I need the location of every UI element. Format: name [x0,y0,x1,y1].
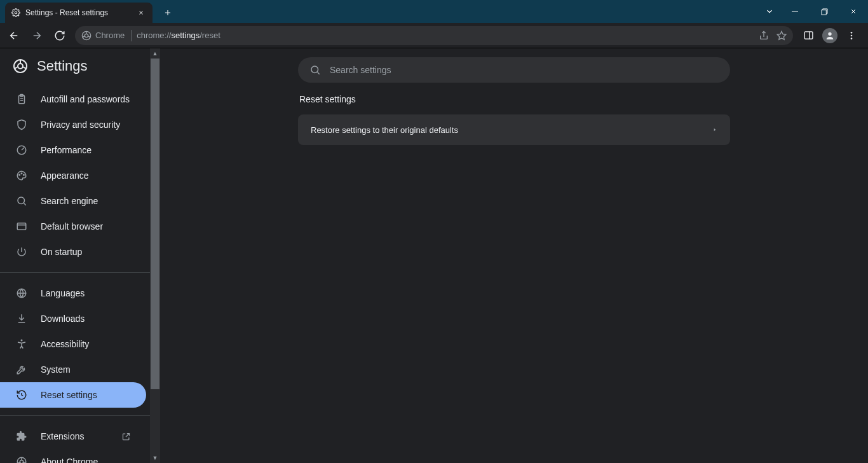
profile-button[interactable] [820,25,840,46]
sidebar-item-label: Accessibility [41,339,89,349]
sidebar-item-reset-settings[interactable]: Reset settings [0,382,146,408]
svg-point-6 [851,32,853,34]
svg-point-7 [851,34,853,36]
a11y-icon [15,338,28,350]
sidebar-item-label: Reset settings [41,390,97,400]
url-text: chrome://settings/reset [137,31,220,40]
side-panel-button[interactable] [798,25,818,46]
browser-tab[interactable]: Settings - Reset settings [5,3,153,23]
settings-search-input[interactable] [330,65,719,75]
sidebar-item-appearance[interactable]: Appearance [0,163,146,188]
sidebar-item-label: Default browser [41,221,103,232]
share-icon[interactable] [759,31,769,41]
history-icon [15,389,28,401]
svg-point-14 [19,174,20,176]
section-title: Reset settings [298,94,730,104]
minimize-button[interactable] [780,0,810,23]
globe-icon [15,287,28,300]
tab-title: Settings - Reset settings [25,8,131,17]
settings-brand: Settings [0,48,150,84]
main-panel: Reset settings Restore settings to their… [160,48,868,463]
search-icon [15,195,28,207]
svg-point-3 [85,34,88,37]
svg-rect-4 [804,32,813,39]
sidebar-item-about-chrome[interactable]: About Chrome [0,449,146,463]
address-bar[interactable]: Chrome chrome://settings/reset [75,26,793,45]
puzzle-icon [15,430,28,443]
sidebar-item-privacy-and-security[interactable]: Privacy and security [0,112,146,137]
scroll-down-icon[interactable]: ▼ [150,453,160,463]
sidebar-item-performance[interactable]: Performance [0,137,146,163]
external-link-icon [121,432,131,441]
browser-toolbar: Chrome chrome://settings/reset [0,23,868,48]
sidebar-item-label: Privacy and security [41,120,120,130]
svg-point-5 [828,32,831,35]
chrome-icon [15,455,28,463]
svg-point-22 [20,460,23,463]
sidebar-item-label: Downloads [41,314,85,324]
sidebar-item-languages[interactable]: Languages [0,280,146,306]
maximize-button[interactable] [810,0,839,23]
reset-card: Restore settings to their original defau… [298,114,730,145]
power-icon [15,245,28,258]
chrome-menu-button[interactable] [841,25,862,46]
clipboard-icon [15,93,28,106]
svg-point-0 [15,11,17,14]
download-icon [15,312,28,325]
svg-point-23 [311,66,318,73]
chrome-icon [13,59,28,74]
site-chip: Chrome [81,30,132,41]
gauge-icon [15,144,28,156]
divider [0,415,150,416]
bookmark-icon[interactable] [776,31,787,41]
sidebar-item-default-browser[interactable]: Default browser [0,214,146,239]
gear-icon [11,8,20,17]
chrome-icon [81,31,92,41]
row-label: Restore settings to their original defau… [311,125,458,135]
chevron-right-icon [712,127,717,133]
sidebar-item-label: Autofill and passwords [41,94,130,104]
sidebar-item-system[interactable]: System [0,357,146,382]
sidebar-item-label: Appearance [41,170,89,181]
forward-button[interactable] [27,25,47,46]
svg-point-15 [21,173,22,174]
divider [0,272,150,273]
reload-button[interactable] [50,25,70,46]
palette-icon [15,169,28,182]
settings-search[interactable] [298,57,730,83]
titlebar: Settings - Reset settings [0,0,868,23]
tab-search-button[interactable] [759,0,780,23]
sidebar-item-search-engine[interactable]: Search engine [0,188,146,214]
scroll-up-icon[interactable]: ▲ [150,48,160,59]
chip-label: Chrome [95,31,125,40]
svg-point-17 [18,197,25,204]
search-icon [309,64,321,76]
scrollbar-thumb[interactable] [151,59,159,389]
browser-icon [15,220,28,233]
close-tab-button[interactable] [136,8,146,18]
window-controls [759,0,868,23]
close-window-button[interactable] [839,0,868,23]
sidebar-item-accessibility[interactable]: Accessibility [0,331,146,357]
avatar-icon [822,28,837,43]
sidebar-item-on-startup[interactable]: On startup [0,239,146,265]
restore-defaults-row[interactable]: Restore settings to their original defau… [298,114,730,145]
sidebar-item-label: Languages [41,288,85,298]
sidebar-scrollbar[interactable]: ▲ ▼ [150,48,160,463]
sidebar-item-extensions[interactable]: Extensions [0,424,146,449]
reset-section: Reset settings Restore settings to their… [298,94,730,145]
sidebar-item-label: Search engine [41,196,98,206]
sidebar: Settings Autofill and passwordsPrivacy a… [0,48,160,463]
sidebar-item-downloads[interactable]: Downloads [0,306,146,331]
sidebar-item-autofill-and-passwords[interactable]: Autofill and passwords [0,86,146,112]
back-button[interactable] [4,25,24,46]
svg-point-10 [18,64,23,69]
sidebar-item-label: Extensions [41,431,84,441]
sidebar-item-label: About Chrome [41,457,98,463]
page-content: Settings Autofill and passwordsPrivacy a… [0,48,868,463]
shield-icon [15,118,28,131]
svg-point-16 [24,174,25,176]
settings-title: Settings [37,58,88,74]
sidebar-item-label: System [41,364,71,375]
new-tab-button[interactable] [159,4,177,22]
